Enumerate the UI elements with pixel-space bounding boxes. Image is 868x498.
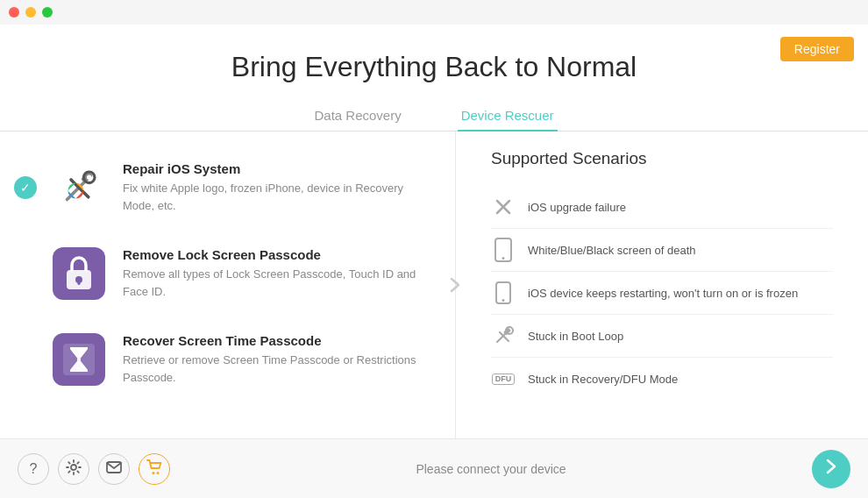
right-panel: Supported Scenarios iOS upgrade failure	[456, 132, 868, 438]
arrow-right-icon	[822, 458, 840, 480]
phone-small-icon	[491, 281, 516, 305]
status-text: Please connect your device	[416, 462, 566, 476]
tab-device-rescuer[interactable]: Device Rescuer	[458, 101, 558, 132]
scenario-dfu-text: Stuck in Recovery/DFU Mode	[528, 373, 678, 386]
scenario-ios-upgrade-text: iOS upgrade failure	[528, 201, 626, 214]
svg-point-21	[71, 465, 76, 470]
titlebar	[0, 0, 868, 25]
content-area: Bring Everything Back to Normal Data Rec…	[0, 25, 868, 498]
register-button[interactable]: Register	[780, 37, 854, 61]
svg-point-16	[502, 299, 505, 302]
main-title: Bring Everything Back to Normal	[0, 51, 868, 83]
scenario-restarting: iOS device keeps restarting, won't turn …	[491, 272, 833, 315]
scenario-recovery-dfu: DFU Stuck in Recovery/DFU Mode	[491, 358, 833, 400]
svg-point-24	[157, 472, 160, 474]
svg-point-14	[502, 257, 505, 260]
scenario-screen-death: White/Blue/Black screen of death	[491, 229, 833, 272]
scenarios-title: Supported Scenarios	[491, 149, 833, 168]
body-area: ✓	[0, 132, 868, 438]
svg-rect-9	[78, 280, 81, 285]
panel-arrow	[441, 271, 469, 299]
help-button[interactable]: ?	[18, 453, 49, 485]
bottom-bar: ?	[0, 438, 868, 498]
email-button[interactable]	[98, 453, 130, 485]
feature-screen-time[interactable]: Recover Screen Time Passcode Retrieve or…	[53, 321, 429, 398]
close-dot[interactable]	[9, 7, 19, 18]
bottom-icons: ?	[18, 453, 170, 485]
left-panel: ✓	[0, 132, 456, 438]
time-icon	[53, 333, 105, 386]
feature-lock-text: Remove Lock Screen Passcode Remove all t…	[123, 247, 429, 300]
dfu-icon: DFU	[491, 366, 516, 391]
feature-remove-lock[interactable]: Remove Lock Screen Passcode Remove all t…	[53, 235, 429, 312]
settings-button[interactable]	[58, 453, 89, 485]
lock-icon	[53, 247, 105, 300]
scenario-screen-death-text: White/Blue/Black screen of death	[528, 244, 696, 257]
tools-small-icon	[491, 324, 516, 348]
feature-repair-text: Repair iOS System Fix white Apple logo, …	[123, 161, 429, 214]
x-icon	[491, 195, 516, 219]
scenario-restarting-text: iOS device keeps restarting, won't turn …	[528, 287, 798, 300]
help-icon: ?	[30, 461, 38, 477]
maximize-dot[interactable]	[42, 7, 53, 18]
scenario-boot-loop: Stuck in Boot Loop	[491, 315, 833, 358]
tools-icon	[53, 161, 105, 214]
gear-icon	[66, 459, 82, 479]
phone-icon	[491, 238, 516, 262]
header: Bring Everything Back to Normal Data Rec…	[0, 25, 868, 132]
scenario-ios-upgrade: iOS upgrade failure	[491, 186, 833, 229]
email-icon	[106, 461, 122, 477]
next-button[interactable]	[812, 450, 850, 488]
minimize-dot[interactable]	[25, 7, 36, 18]
cart-button[interactable]	[139, 453, 170, 485]
tabs: Data Recovery Device Rescuer	[0, 101, 868, 132]
check-icon: ✓	[14, 176, 37, 199]
scenario-boot-loop-text: Stuck in Boot Loop	[528, 330, 623, 343]
tab-data-recovery[interactable]: Data Recovery	[310, 101, 404, 132]
feature-repair-ios[interactable]: ✓	[53, 149, 429, 226]
svg-point-5	[87, 175, 91, 180]
feature-time-text: Recover Screen Time Passcode Retrieve or…	[123, 333, 429, 386]
cart-icon	[146, 459, 162, 479]
svg-point-23	[153, 472, 155, 474]
